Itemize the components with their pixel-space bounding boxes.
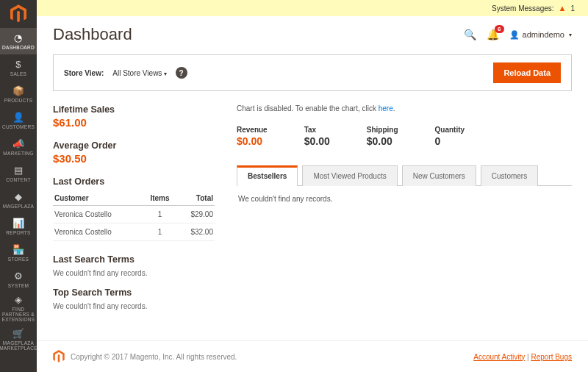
chart-icon: 📊: [12, 218, 24, 229]
search-icon[interactable]: 🔍: [464, 29, 476, 40]
nav-label: SYSTEM: [8, 283, 29, 288]
chart-msg-suffix: .: [393, 104, 395, 112]
lifetime-value: $61.00: [53, 116, 215, 129]
username-text: admindemo: [523, 30, 564, 39]
nav-label: MARKETING: [3, 151, 33, 156]
nav-label: FIND PARTNERS & EXTENSIONS: [0, 307, 37, 322]
metric-tax: Tax$0.00: [304, 126, 330, 147]
store-view-bar: Store View: All Store Views ? Reload Dat…: [53, 54, 572, 91]
nav-content[interactable]: ▤CONTENT: [0, 160, 37, 187]
metric-value: 0: [435, 135, 465, 147]
nav-label: REPORTS: [6, 230, 30, 235]
sysmsg-count: 1: [570, 4, 575, 12]
metric-shipping: Shipping$0.00: [367, 126, 398, 147]
last-search-empty: We couldn't find any records.: [53, 269, 215, 277]
nav-products[interactable]: 📦PRODUCTS: [0, 81, 37, 107]
cart-icon: 🛒: [12, 328, 24, 339]
storeview-select[interactable]: All Store Views: [112, 69, 166, 77]
metric-quantity: Quantity0: [435, 126, 465, 147]
user-menu[interactable]: 👤admindemo: [509, 30, 572, 40]
footer-links: Account Activity | Report Bugs: [473, 353, 572, 361]
nav-label: MAGEPLAZA MARKETPLACE: [0, 340, 37, 351]
average-order-stat: Average Order $30.50: [53, 140, 215, 165]
nav-marketing[interactable]: 📣MARKETING: [0, 134, 37, 160]
nav-label: MAGEPLAZA: [3, 204, 34, 209]
top-search-title: Top Search Terms: [53, 287, 215, 298]
nav-marketplace[interactable]: 🛒MAGEPLAZA MARKETPLACE: [0, 323, 37, 354]
top-search-empty: We couldn't find any records.: [53, 302, 215, 310]
report-bugs-link[interactable]: Report Bugs: [531, 353, 572, 361]
nav-label: CUSTOMERS: [2, 124, 35, 129]
nav-stores[interactable]: 🏪STORES: [0, 240, 37, 266]
top-search-section: Top Search Terms We couldn't find any re…: [53, 287, 215, 310]
box-icon: 📦: [12, 85, 24, 96]
system-messages-bar[interactable]: System Messages: ▲ 1: [37, 0, 588, 16]
nav-reports[interactable]: 📊REPORTS: [0, 213, 37, 240]
nav-system[interactable]: ⚙SYSTEM: [0, 266, 37, 293]
metric-label: Tax: [304, 126, 330, 134]
notif-badge: 6: [495, 25, 503, 33]
lifetime-sales-stat: Lifetime Sales $61.00: [53, 104, 215, 129]
last-search-section: Last Search Terms We couldn't find any r…: [53, 254, 215, 277]
avg-label: Average Order: [53, 140, 215, 151]
chart-disabled-message: Chart is disabled. To enable the chart, …: [237, 104, 572, 112]
content-area: System Messages: ▲ 1 Dashboard 🔍 🔔6 👤adm…: [37, 0, 588, 372]
tab-customers[interactable]: Customers: [481, 165, 538, 186]
copyright-text: Copyright © 2017 Magento, Inc. All right…: [71, 353, 237, 361]
nav-sales[interactable]: $SALES: [0, 54, 37, 81]
last-orders-section: Last Orders Customer Items Total Veronic…: [53, 176, 215, 241]
left-column: Lifetime Sales $61.00 Average Order $30.…: [53, 104, 215, 340]
col-items[interactable]: Items: [143, 191, 176, 206]
diamond-icon: ◆: [15, 191, 22, 202]
cell-items: 1: [143, 206, 176, 223]
lifetime-label: Lifetime Sales: [53, 104, 215, 115]
col-customer[interactable]: Customer: [53, 191, 143, 206]
cell-customer: Veronica Costello: [53, 223, 143, 241]
storeview-label: Store View:: [64, 69, 104, 77]
nav-mageplaza[interactable]: ◆MAGEPLAZA: [0, 187, 37, 213]
metric-value: $0.00: [237, 135, 268, 147]
footer: Copyright © 2017 Magento, Inc. All right…: [37, 340, 588, 372]
metric-label: Quantity: [435, 126, 465, 134]
tabs: Bestsellers Most Viewed Products New Cus…: [237, 165, 572, 186]
gear-icon: ⚙: [14, 271, 23, 282]
col-total[interactable]: Total: [176, 191, 215, 206]
magento-logo[interactable]: [0, 0, 37, 28]
tab-most-viewed[interactable]: Most Viewed Products: [302, 165, 397, 186]
sidebar: ◔DASHBOARD $SALES 📦PRODUCTS 👤CUSTOMERS 📣…: [0, 0, 37, 372]
help-icon[interactable]: ?: [176, 67, 187, 79]
table-row[interactable]: Veronica Costello1$32.00: [53, 223, 215, 241]
metric-label: Revenue: [237, 126, 268, 134]
last-search-title: Last Search Terms: [53, 254, 215, 265]
table-row[interactable]: Veronica Costello1$29.00: [53, 206, 215, 223]
tab-content-empty: We couldn't find any records.: [237, 186, 572, 212]
nav-partners[interactable]: ◈FIND PARTNERS & EXTENSIONS: [0, 293, 37, 323]
warning-icon: ▲: [559, 4, 567, 12]
nav-dashboard[interactable]: ◔DASHBOARD: [0, 28, 37, 54]
nav-customers[interactable]: 👤CUSTOMERS: [0, 107, 37, 134]
account-activity-link[interactable]: Account Activity: [473, 353, 525, 361]
nav-label: DASHBOARD: [2, 45, 35, 50]
dashboard-icon: ◔: [14, 32, 22, 43]
layout-icon: ▤: [14, 165, 23, 176]
metrics-row: Revenue$0.00 Tax$0.00 Shipping$0.00 Quan…: [237, 126, 572, 147]
tab-bestsellers[interactable]: Bestsellers: [237, 165, 298, 186]
cell-items: 1: [143, 223, 176, 241]
enable-chart-link[interactable]: here: [379, 104, 393, 112]
tab-new-customers[interactable]: New Customers: [402, 165, 476, 186]
chart-msg-prefix: Chart is disabled. To enable the chart, …: [237, 104, 379, 112]
reload-data-button[interactable]: Reload Data: [493, 62, 561, 83]
top-bar: Dashboard 🔍 🔔6 👤admindemo: [37, 16, 588, 54]
top-actions: 🔍 🔔6 👤admindemo: [464, 29, 572, 40]
cell-customer: Veronica Costello: [53, 206, 143, 223]
dollar-icon: $: [15, 59, 21, 70]
metric-label: Shipping: [367, 126, 398, 134]
notifications-icon[interactable]: 🔔6: [487, 29, 499, 40]
sysmsg-label: System Messages:: [492, 4, 553, 12]
avg-value: $30.50: [53, 152, 215, 165]
magento-logo-icon: [53, 350, 65, 363]
right-column: Chart is disabled. To enable the chart, …: [237, 104, 572, 340]
nav-label: SALES: [10, 71, 26, 76]
last-orders-table: Customer Items Total Veronica Costello1$…: [53, 191, 215, 241]
cell-total: $29.00: [176, 206, 215, 223]
